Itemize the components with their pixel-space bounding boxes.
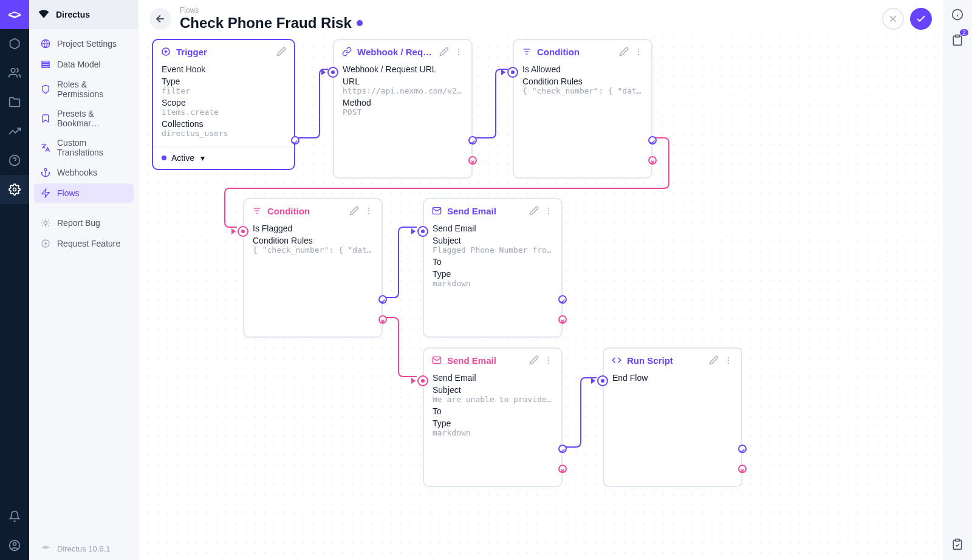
logo[interactable] bbox=[0, 0, 29, 29]
module-settings-icon[interactable] bbox=[0, 175, 29, 204]
more-icon[interactable]: ⋮ bbox=[543, 205, 554, 216]
node-webhook[interactable]: Webhook / Request U ⋮ Webhook / Request … bbox=[333, 39, 473, 179]
connector-resolve[interactable] bbox=[468, 136, 477, 145]
node-title: Trigger bbox=[176, 47, 271, 57]
edit-icon[interactable] bbox=[439, 46, 450, 57]
svg-rect-45 bbox=[956, 35, 960, 37]
module-content-icon[interactable] bbox=[0, 29, 29, 58]
more-icon[interactable]: ⋮ bbox=[723, 355, 734, 366]
filter-icon bbox=[521, 46, 532, 57]
connector-in[interactable] bbox=[238, 226, 248, 237]
flow-canvas[interactable]: Trigger Event Hook Typefilter Scopeitems… bbox=[139, 38, 943, 560]
more-icon[interactable]: ⋮ bbox=[543, 355, 554, 366]
nav-request-feature[interactable]: Request Feature bbox=[34, 234, 134, 253]
trigger-icon bbox=[160, 46, 171, 57]
nav-translations[interactable]: Custom Translations bbox=[34, 134, 134, 162]
connector-resolve[interactable] bbox=[558, 295, 567, 304]
connector-in[interactable] bbox=[507, 67, 518, 78]
connector-reject[interactable] bbox=[738, 465, 747, 473]
nav-roles[interactable]: Roles & Permissions bbox=[34, 75, 134, 103]
anchor-icon bbox=[40, 167, 51, 178]
info-icon[interactable] bbox=[948, 5, 967, 24]
connector-in[interactable] bbox=[417, 226, 428, 237]
svg-rect-9 bbox=[42, 64, 49, 66]
connector-reject[interactable] bbox=[558, 315, 567, 324]
svg-point-3 bbox=[13, 188, 16, 191]
svg-rect-46 bbox=[956, 539, 960, 541]
page-header: Flows Check Phone Fraud Risk bbox=[139, 0, 943, 38]
connector-reject[interactable] bbox=[648, 156, 657, 165]
more-icon[interactable]: ⋮ bbox=[633, 46, 644, 57]
code-icon bbox=[611, 355, 622, 366]
connector-in[interactable] bbox=[597, 375, 608, 386]
node-title: Run Script bbox=[627, 355, 703, 366]
node-trigger[interactable]: Trigger Event Hook Typefilter Scopeitems… bbox=[152, 39, 295, 170]
module-docs-icon[interactable] bbox=[0, 146, 29, 175]
globe-icon bbox=[40, 38, 51, 49]
connector-reject[interactable] bbox=[468, 156, 477, 165]
connector-in[interactable] bbox=[327, 67, 338, 78]
connector-in[interactable] bbox=[417, 375, 428, 386]
module-files-icon[interactable] bbox=[0, 87, 29, 117]
more-icon[interactable]: ⋮ bbox=[453, 46, 464, 57]
page-title: Check Phone Fraud Risk bbox=[180, 15, 363, 32]
node-subtitle: End Flow bbox=[612, 373, 733, 383]
edit-icon[interactable] bbox=[529, 355, 539, 366]
connector-resolve[interactable] bbox=[738, 445, 747, 453]
nav-data-model[interactable]: Data Model bbox=[34, 55, 134, 74]
node-subtitle: Send Email bbox=[433, 224, 553, 233]
nav-label: Project Settings bbox=[57, 39, 117, 49]
edit-icon[interactable] bbox=[349, 205, 360, 216]
nav-project-settings[interactable]: Project Settings bbox=[34, 34, 134, 53]
edit-icon[interactable] bbox=[708, 355, 719, 366]
connector-resolve[interactable] bbox=[558, 445, 567, 453]
svg-point-0 bbox=[11, 69, 15, 73]
nav-label: Request Feature bbox=[57, 239, 120, 248]
connector-resolve[interactable] bbox=[648, 136, 657, 145]
nav-header[interactable]: Directus bbox=[29, 0, 139, 29]
connector-reject[interactable] bbox=[558, 465, 567, 473]
module-users-icon[interactable] bbox=[0, 58, 29, 87]
node-condition-allowed[interactable]: Condition ⋮ Is Allowed Condition Rules{ … bbox=[513, 39, 652, 179]
module-account-icon[interactable] bbox=[0, 531, 29, 560]
bolt-icon bbox=[40, 188, 51, 199]
rabbit-icon bbox=[40, 542, 51, 555]
save-button[interactable] bbox=[910, 8, 932, 30]
nav-flows[interactable]: Flows bbox=[34, 183, 134, 203]
module-notifications-icon[interactable] bbox=[0, 502, 29, 531]
cancel-button[interactable] bbox=[882, 8, 904, 30]
status-toggle[interactable]: Active▾ bbox=[153, 146, 294, 169]
node-send-email-2[interactable]: Send Email ⋮ Send Email SubjectWe are un… bbox=[423, 347, 563, 487]
connector-resolve[interactable] bbox=[291, 136, 299, 145]
nav-presets[interactable]: Presets & Bookmar… bbox=[34, 104, 134, 132]
bookmark-icon bbox=[40, 113, 51, 124]
module-insights-icon[interactable] bbox=[0, 117, 29, 146]
more-icon[interactable]: ⋮ bbox=[363, 205, 374, 216]
bug-icon bbox=[40, 217, 51, 228]
nav-report-bug[interactable]: Report Bug bbox=[34, 213, 134, 233]
node-condition-flagged[interactable]: Condition ⋮ Is Flagged Condition Rules{ … bbox=[243, 198, 383, 338]
svg-marker-13 bbox=[42, 189, 49, 197]
node-subtitle: Is Flagged bbox=[253, 224, 373, 233]
nav-label: Report Bug bbox=[57, 218, 100, 228]
edit-icon[interactable] bbox=[276, 46, 287, 57]
nav-label: Webhooks bbox=[57, 168, 97, 177]
nav-webhooks[interactable]: Webhooks bbox=[34, 163, 134, 182]
nav-label: Data Model bbox=[57, 60, 101, 69]
edit-icon[interactable] bbox=[529, 205, 539, 216]
node-run-script[interactable]: Run Script ⋮ End Flow bbox=[603, 347, 742, 487]
link-icon bbox=[341, 46, 352, 57]
connector-resolve[interactable] bbox=[378, 295, 387, 304]
node-subtitle: Is Allowed bbox=[522, 64, 643, 74]
node-send-email-1[interactable]: Send Email ⋮ Send Email SubjectFlagged P… bbox=[423, 198, 563, 338]
revisions-icon[interactable]: 2 bbox=[948, 30, 967, 50]
logs-icon[interactable] bbox=[948, 534, 967, 554]
svg-rect-10 bbox=[42, 66, 49, 68]
edit-icon[interactable] bbox=[618, 46, 629, 57]
connector-reject[interactable] bbox=[378, 315, 387, 324]
back-button[interactable] bbox=[149, 8, 171, 30]
breadcrumb[interactable]: Flows bbox=[180, 6, 363, 15]
navigation-sidebar: Directus Project Settings Data Model Rol… bbox=[29, 0, 139, 560]
revisions-badge: 2 bbox=[960, 29, 968, 36]
nav-label: Flows bbox=[57, 188, 80, 198]
